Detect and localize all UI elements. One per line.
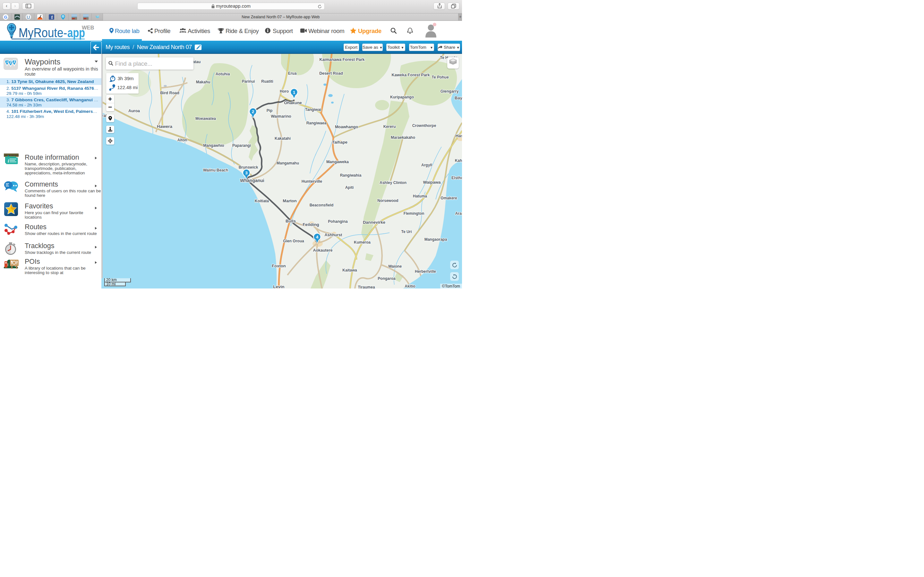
svg-text:Paparangi: Paparangi — [232, 143, 250, 148]
svg-text:Ohakune: Ohakune — [284, 100, 302, 105]
svg-text:Apiti: Apiti — [345, 185, 354, 190]
svg-text:Parinui: Parinui — [242, 79, 255, 84]
svg-text:Whanganui: Whanganui — [240, 178, 264, 183]
svg-text:Maraekakaho: Maraekakaho — [391, 135, 415, 140]
svg-text:Dannevirke: Dannevirke — [363, 220, 385, 225]
svg-text:4: 4 — [316, 235, 318, 239]
svg-text:Ashhurst: Ashhurst — [325, 233, 342, 237]
svg-text:Waione: Waione — [388, 264, 402, 269]
svg-text:Foxton: Foxton — [272, 263, 286, 268]
svg-text:3: 3 — [13, 60, 15, 63]
svg-text:Aokautere: Aokautere — [313, 248, 333, 253]
svg-text:Alton: Alton — [177, 138, 187, 142]
svg-text:Koitiata: Koitiata — [254, 199, 268, 203]
svg-text:Beaconsfield: Beaconsfield — [309, 203, 333, 207]
svg-text:Hunterville: Hunterville — [301, 179, 322, 184]
svg-text:Crownthorpe: Crownthorpe — [412, 123, 436, 128]
svg-text:Kakatahi: Kakatahi — [274, 136, 290, 141]
svg-text:Makahu: Makahu — [196, 80, 210, 84]
svg-text:Tiraumea: Tiraumea — [358, 285, 375, 288]
svg-text:Pohangina: Pohangina — [328, 219, 348, 224]
svg-text:Argyll: Argyll — [421, 163, 432, 167]
svg-text:Te Pohue: Te Pohue — [431, 75, 449, 79]
svg-text:WEB: WEB — [82, 25, 94, 31]
svg-text:Bird Road: Bird Road — [160, 91, 179, 95]
svg-text:Herbertville: Herbertville — [415, 269, 436, 274]
svg-text:Hasti: Hasti — [455, 133, 462, 138]
svg-text:Taihape: Taihape — [332, 140, 347, 145]
svg-text:Ashley Clinton: Ashley Clinton — [379, 181, 406, 185]
svg-text:f: f — [51, 15, 53, 20]
svg-text:Brunswick: Brunswick — [238, 165, 258, 169]
svg-text:Kaitawa: Kaitawa — [342, 268, 357, 272]
svg-text:Aram: Aram — [455, 211, 462, 216]
svg-text:Mangaweka: Mangaweka — [326, 160, 349, 164]
svg-text:Bay: Bay — [455, 95, 462, 100]
svg-text:Aotuhia: Aotuhia — [215, 72, 230, 76]
svg-text:Hatuma: Hatuma — [413, 194, 427, 198]
svg-text:Omakere: Omakere — [441, 196, 457, 200]
svg-text:Elsthor: Elsthor — [451, 176, 462, 180]
svg-text:Tangiwai: Tangiwai — [305, 107, 321, 112]
svg-text:2: 2 — [10, 60, 11, 64]
svg-text:Flemington: Flemington — [403, 211, 424, 216]
svg-text:Mangaorapa: Mangaorapa — [424, 237, 447, 242]
svg-text:Waiinu Beach: Waiinu Beach — [203, 168, 228, 172]
svg-text:Levin: Levin — [273, 284, 284, 288]
svg-text:Bulls: Bulls — [286, 219, 296, 223]
svg-text:1: 1 — [6, 60, 8, 63]
svg-text:G: G — [4, 15, 7, 19]
svg-text:Glengarry: Glengarry — [440, 89, 459, 93]
svg-text:Pongaroa: Pongaroa — [378, 276, 396, 281]
svg-text:Desert Road: Desert Road — [319, 71, 343, 76]
svg-text:Rangiwaea: Rangiwaea — [306, 121, 326, 125]
svg-text:1: 1 — [292, 90, 295, 95]
svg-text:Waimarino: Waimarino — [271, 114, 291, 119]
svg-text:Norsewood: Norsewood — [377, 198, 398, 203]
svg-text:Kumeroa: Kumeroa — [354, 240, 370, 245]
svg-text:Moawhango: Moawhango — [334, 125, 358, 129]
svg-text:MyRoute-: MyRoute- — [19, 25, 67, 40]
svg-text:Kereru: Kereru — [383, 124, 396, 129]
svg-text:Ruatiti: Ruatiti — [261, 79, 273, 84]
svg-text:Kahur: Kahur — [455, 158, 462, 163]
svg-text:Te Uri: Te Uri — [401, 229, 412, 234]
svg-text:Kaweka Forest Park: Kaweka Forest Park — [391, 73, 430, 77]
svg-text:Horo: Horo — [280, 89, 289, 93]
svg-text:Rangiwahia: Rangiwahia — [340, 173, 361, 177]
svg-text:Akitio: Akitio — [405, 284, 415, 288]
svg-text:Kaimanawa Forest Park: Kaimanawa Forest Park — [319, 57, 365, 62]
svg-text:3: 3 — [245, 171, 248, 175]
svg-text:Marton: Marton — [283, 198, 296, 203]
svg-text:Mangawhio: Mangawhio — [203, 143, 224, 148]
svg-text:Feilding: Feilding — [302, 222, 319, 227]
svg-text:Auroa: Auroa — [128, 109, 140, 113]
svg-text:Kuripapango: Kuripapango — [390, 95, 414, 99]
svg-text:atau: atau — [192, 60, 200, 64]
svg-text:Waipawa: Waipawa — [423, 180, 441, 185]
svg-text:2: 2 — [252, 109, 254, 114]
svg-text:Glen Oroua: Glen Oroua — [283, 239, 304, 243]
svg-text:Moeawatea: Moeawatea — [195, 116, 216, 121]
svg-text:Erua: Erua — [288, 71, 296, 76]
svg-text:Mangamahu: Mangamahu — [276, 161, 299, 165]
svg-text:Hawera: Hawera — [157, 124, 172, 129]
svg-text:Pip: Pip — [266, 108, 272, 113]
